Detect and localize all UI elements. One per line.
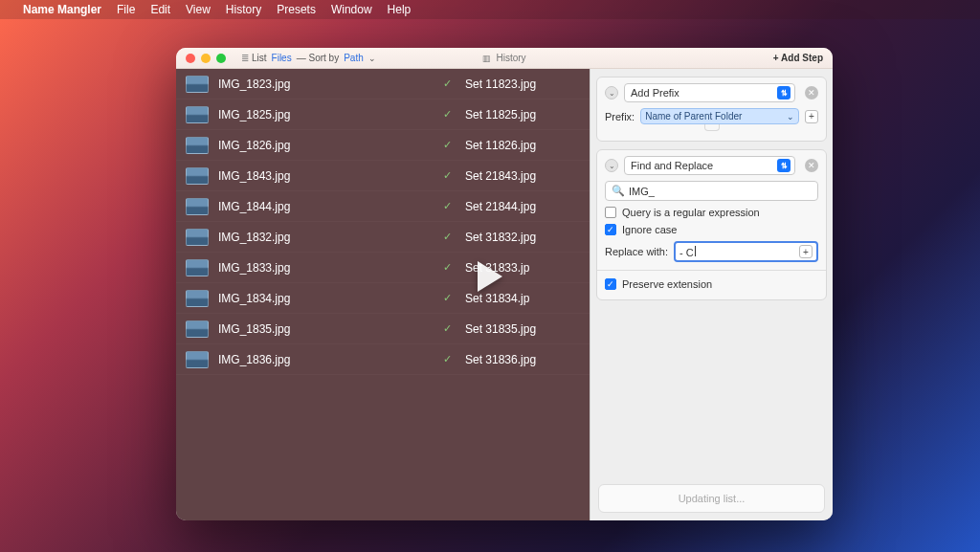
list-label: List: [252, 53, 267, 63]
file-row[interactable]: IMG_1836.jpg✓Set 31836.jpg: [176, 344, 590, 375]
file-name: IMG_1836.jpg: [218, 353, 381, 366]
close-icon[interactable]: [186, 54, 195, 63]
file-name: IMG_1843.jpg: [218, 169, 381, 183]
remove-step-icon[interactable]: ✕: [805, 159, 818, 172]
file-name: IMG_1834.jpg: [218, 292, 381, 305]
menu-presets[interactable]: Presets: [277, 3, 316, 16]
step-type-select[interactable]: Find and Replace ⇅: [624, 156, 795, 175]
chevron-down-icon[interactable]: ⌄: [368, 54, 376, 63]
preserve-ext-checkbox[interactable]: ✓: [605, 278, 616, 290]
add-token-button[interactable]: +: [805, 110, 818, 123]
collapse-icon[interactable]: ⌄: [605, 159, 618, 172]
minimize-icon[interactable]: [201, 54, 211, 63]
file-name: IMG_1844.jpg: [218, 200, 381, 213]
regex-label: Query is a regular expression: [622, 207, 760, 218]
file-row[interactable]: IMG_1825.jpg✓Set 11825.jpg: [176, 99, 590, 130]
renamed-file-name: Set 31833.jp: [465, 261, 580, 275]
checkmark-icon: ✓: [443, 169, 452, 182]
file-name: IMG_1835.jpg: [218, 322, 381, 336]
renamed-file-name: Set 31834.jp: [465, 292, 580, 305]
sort-label: — Sort by: [297, 53, 339, 63]
files-link[interactable]: Files: [272, 53, 292, 63]
chevron-down-icon[interactable]: ⌄: [787, 112, 794, 121]
renamed-file-name: Set 11826.jpg: [465, 139, 580, 152]
history-icon[interactable]: ▥: [482, 54, 491, 63]
step-find-replace: ⌄ Find and Replace ⇅ ✕ 🔍 IMG_ Query is a: [596, 149, 827, 300]
thumbnail-icon: [186, 259, 209, 276]
sort-path-link[interactable]: Path: [344, 53, 364, 63]
renamed-file-name: Set 11825.jpg: [465, 108, 580, 121]
file-row[interactable]: IMG_1833.jpg✓Set 31833.jp: [176, 253, 590, 283]
thumbnail-icon: [186, 229, 209, 246]
thumbnail-icon: [186, 198, 209, 215]
history-label[interactable]: History: [496, 53, 525, 63]
thumbnail-icon: [186, 167, 209, 185]
file-name: IMG_1825.jpg: [218, 108, 381, 121]
renamed-file-name: Set 31832.jpg: [465, 231, 580, 244]
find-input[interactable]: 🔍 IMG_: [605, 181, 818, 201]
add-token-button[interactable]: +: [799, 245, 813, 258]
add-step-button[interactable]: + Add Step: [773, 53, 823, 63]
collapse-icon[interactable]: ⌄: [605, 86, 618, 99]
app-name[interactable]: Name Mangler: [23, 3, 101, 16]
file-name: IMG_1833.jpg: [218, 261, 381, 275]
file-row[interactable]: IMG_1823.jpg✓Set 11823.jpg: [176, 69, 590, 99]
prefix-token-field[interactable]: Name of Parent Folder ⌄: [640, 108, 799, 124]
ignore-case-checkbox[interactable]: ✓: [605, 224, 616, 235]
config-panel: ⌄ Add Prefix ⇅ ✕ Prefix: Name of Parent …: [590, 69, 833, 520]
file-name: IMG_1826.jpg: [218, 139, 381, 152]
renamed-file-name: Set 21843.jpg: [465, 169, 580, 183]
file-row[interactable]: IMG_1843.jpg✓Set 21843.jpg: [176, 161, 590, 191]
status-bar: Updating list...: [598, 484, 825, 513]
checkmark-icon: ✓: [443, 200, 452, 212]
file-name: IMG_1832.jpg: [218, 231, 381, 244]
thumbnail-icon: [186, 76, 209, 93]
menu-window[interactable]: Window: [331, 3, 372, 16]
step-add-prefix: ⌄ Add Prefix ⇅ ✕ Prefix: Name of Parent …: [596, 77, 827, 142]
thumbnail-icon: [186, 290, 209, 307]
renamed-file-name: Set 11823.jpg: [465, 77, 580, 91]
menu-edit[interactable]: Edit: [150, 3, 170, 16]
regex-checkbox[interactable]: [605, 207, 616, 218]
thumbnail-icon: [186, 351, 209, 368]
file-row[interactable]: IMG_1834.jpg✓Set 31834.jp: [176, 283, 590, 314]
system-menubar: Name Mangler File Edit View History Pres…: [0, 0, 980, 19]
checkmark-icon: ✓: [443, 139, 452, 151]
menu-history[interactable]: History: [226, 3, 261, 16]
menu-view[interactable]: View: [186, 3, 211, 16]
ignore-case-label: Ignore case: [622, 224, 677, 235]
window-titlebar[interactable]: ≣ List Files — Sort by Path ⌄ ▥ History …: [176, 48, 833, 69]
renamed-file-name: Set 31836.jpg: [465, 353, 580, 366]
file-list[interactable]: IMG_1823.jpg✓Set 11823.jpgIMG_1825.jpg✓S…: [176, 69, 590, 520]
checkmark-icon: ✓: [443, 353, 452, 365]
step-type-select[interactable]: Add Prefix ⇅: [624, 83, 795, 102]
select-arrows-icon: ⇅: [777, 86, 791, 99]
checkmark-icon: ✓: [443, 108, 452, 121]
preserve-ext-label: Preserve extension: [622, 278, 712, 290]
menu-help[interactable]: Help: [388, 3, 412, 16]
checkmark-icon: ✓: [443, 231, 452, 243]
checkmark-icon: ✓: [443, 292, 452, 304]
prefix-label: Prefix:: [605, 111, 635, 122]
menu-file[interactable]: File: [117, 3, 135, 16]
file-row[interactable]: IMG_1844.jpg✓Set 21844.jpg: [176, 191, 590, 222]
checkmark-icon: ✓: [443, 261, 452, 274]
remove-step-icon[interactable]: ✕: [805, 86, 818, 99]
search-icon: 🔍: [612, 185, 625, 197]
select-arrows-icon: ⇅: [777, 159, 791, 172]
renamed-file-name: Set 31835.jpg: [465, 322, 580, 336]
app-window: ≣ List Files — Sort by Path ⌄ ▥ History …: [176, 48, 833, 520]
replace-input[interactable]: - C +: [674, 241, 818, 262]
renamed-file-name: Set 21844.jpg: [465, 200, 580, 213]
checkmark-icon: ✓: [443, 77, 452, 90]
file-row[interactable]: IMG_1832.jpg✓Set 31832.jpg: [176, 222, 590, 253]
file-name: IMG_1823.jpg: [218, 77, 381, 91]
list-icon[interactable]: ≣: [241, 53, 247, 63]
thumbnail-icon: [186, 106, 209, 123]
zoom-icon[interactable]: [216, 54, 226, 63]
file-row[interactable]: IMG_1826.jpg✓Set 11826.jpg: [176, 130, 590, 161]
replace-label: Replace with:: [605, 246, 668, 257]
checkmark-icon: ✓: [443, 322, 452, 335]
thumbnail-icon: [186, 320, 209, 338]
file-row[interactable]: IMG_1835.jpg✓Set 31835.jpg: [176, 314, 590, 344]
